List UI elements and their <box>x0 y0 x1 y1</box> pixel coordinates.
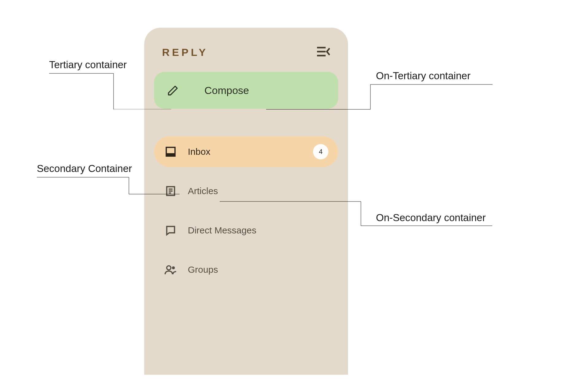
callout-line-icon <box>266 84 493 117</box>
brand-logo: REPLY <box>162 46 208 58</box>
callout-secondary: Secondary Container <box>37 163 132 174</box>
groups-icon <box>164 263 177 276</box>
nav-label: Direct Messages <box>188 225 328 236</box>
menu-collapse-button[interactable] <box>317 46 330 58</box>
nav-count-badge: 4 <box>313 144 328 159</box>
menu-open-icon <box>317 46 330 58</box>
compose-label: Compose <box>204 84 249 96</box>
callout-on-tertiary: On-Tertiary container <box>376 70 470 82</box>
nav-item-groups[interactable]: Groups <box>154 254 338 285</box>
callout-tertiary: Tertiary container <box>49 59 127 71</box>
callout-line-icon <box>49 72 172 109</box>
drawer-header: REPLY <box>154 46 338 58</box>
nav-label: Articles <box>188 186 328 196</box>
chat-icon <box>164 224 177 237</box>
callout-line-icon <box>220 200 493 227</box>
svg-point-10 <box>172 266 175 269</box>
nav-label: Inbox <box>188 147 303 157</box>
nav-label: Groups <box>188 264 328 275</box>
svg-point-9 <box>167 266 171 270</box>
inbox-icon <box>164 145 177 158</box>
svg-rect-4 <box>166 153 175 156</box>
nav-item-inbox[interactable]: Inbox 4 <box>154 136 338 167</box>
callout-line-icon <box>37 176 180 195</box>
